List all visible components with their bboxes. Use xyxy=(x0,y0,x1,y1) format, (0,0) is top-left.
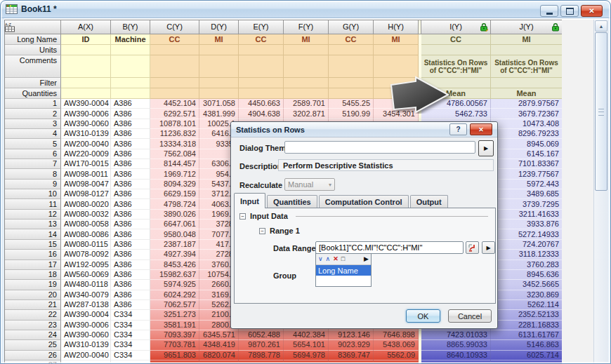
column-header-j[interactable]: J(Y) xyxy=(491,20,563,34)
data-cell[interactable]: 9580.048 xyxy=(150,229,199,239)
data-cell[interactable]: 5438.069 xyxy=(374,340,419,350)
data-cell[interactable]: 7423.01033 xyxy=(421,330,491,340)
row-number[interactable]: 18 xyxy=(5,270,61,280)
data-cell[interactable] xyxy=(239,360,284,364)
row-label-quantities[interactable]: Quantities xyxy=(5,88,61,99)
data-cell[interactable]: A386 xyxy=(111,280,150,290)
row-number[interactable]: 9 xyxy=(5,180,61,189)
data-cell[interactable]: 2589.701 xyxy=(284,99,329,109)
header-cell[interactable] xyxy=(239,45,284,55)
data-cell[interactable]: 6025.714 xyxy=(491,351,563,360)
data-cell[interactable]: 3489.685 xyxy=(491,189,563,199)
data-cell[interactable]: 13334.318 xyxy=(150,139,199,149)
scroll-up-button[interactable]: ▲ xyxy=(595,20,607,32)
header-cell[interactable]: MI xyxy=(374,34,419,45)
collapse-range1-button[interactable]: − xyxy=(259,228,265,234)
group-list-item[interactable]: Long Name xyxy=(316,265,371,276)
column-header-b[interactable]: B(Y) xyxy=(111,20,150,34)
data-cell[interactable]: AW098-0127 xyxy=(61,189,111,199)
data-cell[interactable]: AW080-0058 xyxy=(61,220,111,229)
data-cell[interactable]: 11236.832 xyxy=(150,129,199,139)
header-cell[interactable] xyxy=(199,45,239,55)
tab-input[interactable]: Input xyxy=(234,193,265,208)
data-cell[interactable] xyxy=(111,360,150,364)
row-number[interactable]: 12 xyxy=(5,210,61,220)
data-cell[interactable] xyxy=(61,360,111,364)
data-cell[interactable]: 4798.724 xyxy=(150,199,199,209)
data-cell[interactable]: 7898.778 xyxy=(239,351,284,360)
data-cell[interactable]: A386 xyxy=(111,260,150,270)
data-cell[interactable]: 8865.99033 xyxy=(421,340,491,350)
data-cell[interactable]: 6131.61767 xyxy=(491,330,563,340)
dialog-theme-flyout-button[interactable]: ▶ xyxy=(478,140,494,156)
data-cell[interactable]: 724.20767 xyxy=(491,240,563,250)
data-cell[interactable]: AW220-0009 xyxy=(61,149,111,159)
recalculate-dropdown[interactable]: Manual ▾ xyxy=(284,178,335,191)
data-cell[interactable]: 8640.10933 xyxy=(421,351,491,360)
data-cell[interactable]: A386 xyxy=(111,180,150,189)
data-cell[interactable]: 7062.577 xyxy=(150,300,199,310)
data-cell[interactable]: 1239.77567 xyxy=(491,169,563,179)
data-cell[interactable]: 6052.488 xyxy=(239,330,284,340)
data-cell[interactable]: A386 xyxy=(111,119,150,129)
data-cell[interactable]: 8094.329 xyxy=(150,180,199,189)
header-cell[interactable] xyxy=(199,88,239,99)
header-cell[interactable] xyxy=(61,45,111,55)
data-cell[interactable]: 2879.97567 xyxy=(491,99,563,109)
data-cell[interactable]: AW287-0138 xyxy=(61,300,111,310)
data-cell[interactable]: AW390-0060 xyxy=(61,330,111,340)
row-number[interactable]: 8 xyxy=(5,169,61,179)
header-cell[interactable] xyxy=(61,78,111,88)
data-cell[interactable]: 8144.457 xyxy=(150,159,199,169)
header-cell[interactable]: CC xyxy=(239,34,284,45)
header-cell[interactable] xyxy=(329,55,374,78)
header-cell[interactable] xyxy=(491,45,563,55)
column-header-i[interactable]: I(Y) xyxy=(421,20,491,34)
data-cell[interactable]: 3739.7295 xyxy=(491,199,563,209)
data-cell[interactable]: AW310-0139 xyxy=(61,340,111,350)
data-cell[interactable]: AW080-0086 xyxy=(61,229,111,239)
header-cell[interactable] xyxy=(199,78,239,88)
column-header-g[interactable]: G(Y) xyxy=(329,20,374,34)
data-cell[interactable]: 3679.72367 xyxy=(491,109,563,119)
data-cell[interactable]: A386 xyxy=(111,169,150,179)
header-cell[interactable] xyxy=(239,55,284,78)
row-number[interactable]: 14 xyxy=(5,229,61,239)
header-cell[interactable] xyxy=(284,45,329,55)
data-cell[interactable]: A386 xyxy=(111,189,150,199)
row-number[interactable]: 26 xyxy=(5,351,61,360)
data-cell[interactable]: 6345.571 xyxy=(199,330,239,340)
data-cell[interactable]: A386 xyxy=(111,129,150,139)
row-number[interactable]: 7 xyxy=(5,159,61,169)
data-cell[interactable] xyxy=(199,360,239,364)
data-cell[interactable]: A386 xyxy=(111,210,150,220)
row-label-comments[interactable]: Comments xyxy=(5,55,61,78)
header-cell[interactable] xyxy=(284,88,329,99)
header-cell[interactable] xyxy=(150,78,199,88)
data-cell[interactable]: 6292.571 xyxy=(150,109,199,119)
header-cell[interactable] xyxy=(284,55,329,78)
row-number[interactable]: 6 xyxy=(5,149,61,159)
data-cell[interactable]: 1969.712 xyxy=(150,169,199,179)
data-cell[interactable]: 2387.187 xyxy=(150,240,199,250)
header-cell[interactable] xyxy=(284,78,329,88)
row-number[interactable]: 20 xyxy=(5,290,61,300)
data-cell[interactable]: C334 xyxy=(111,310,150,320)
data-cell[interactable]: 3118.12333 xyxy=(491,250,563,259)
data-cell[interactable]: A386 xyxy=(111,199,150,209)
header-cell[interactable]: Machine xyxy=(111,34,150,45)
row-number[interactable]: 11 xyxy=(5,199,61,209)
data-cell[interactable]: A386 xyxy=(111,300,150,310)
dialog-close-button[interactable]: ✕ xyxy=(470,123,492,135)
data-cell[interactable]: 4450.663 xyxy=(239,99,284,109)
data-cell[interactable]: 5272.14933 xyxy=(491,229,563,239)
column-header-h[interactable]: H(Y) xyxy=(374,20,419,34)
data-cell[interactable]: A386 xyxy=(111,250,150,259)
data-cell[interactable]: 5146.863 xyxy=(491,340,563,350)
move-down-icon[interactable]: ∨ xyxy=(318,256,323,262)
data-cell[interactable]: A386 xyxy=(111,99,150,109)
data-cell[interactable]: A386 xyxy=(111,240,150,250)
data-cell[interactable]: AW098-0011 xyxy=(61,169,111,179)
group-flyout-icon[interactable]: ▶ xyxy=(364,256,369,262)
header-cell[interactable]: CC xyxy=(329,34,374,45)
